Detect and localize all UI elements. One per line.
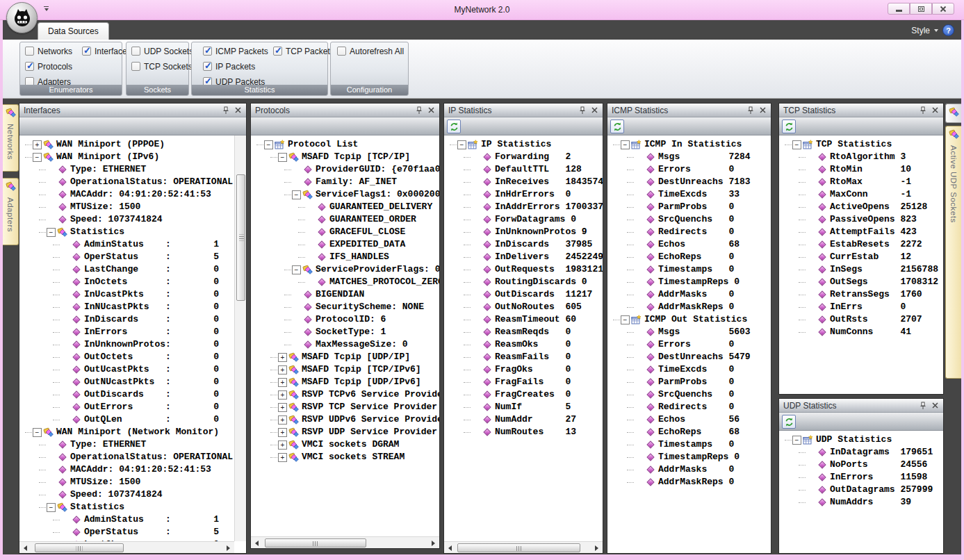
quick-access-toolbar-dropdown[interactable] <box>43 6 49 11</box>
tree-row[interactable]: InAddrErrors17003375 <box>444 201 603 213</box>
checkbox-udp-sockets[interactable]: UDP Sockets <box>131 46 193 56</box>
tree-row[interactable]: NoPorts24556 <box>779 459 943 471</box>
pin-icon[interactable] <box>414 106 424 115</box>
tree-row[interactable]: Timestamps0 <box>607 438 771 451</box>
tree-row[interactable]: ReasmOks0 <box>444 338 603 351</box>
scrollbar-thumb[interactable] <box>265 538 366 547</box>
tree-row[interactable]: InDelivers2452249 <box>444 251 603 263</box>
tree-row[interactable]: SrcQuenchs0 <box>607 388 771 401</box>
sidebar-tab-networks[interactable]: Networks <box>3 104 19 172</box>
tree-row[interactable]: −WAN Miniport (IPv6) <box>19 151 234 163</box>
tree-row[interactable]: −MSAFD Tcpip [TCP/IP] <box>251 151 439 163</box>
scroll-right-icon[interactable] <box>222 542 234 554</box>
tree-row[interactable]: InDiscards:0 <box>19 313 234 326</box>
tab-data-sources[interactable]: Data Sources <box>38 22 109 40</box>
panel-titlebar[interactable]: IP Statistics <box>444 104 603 117</box>
refresh-button[interactable] <box>782 120 796 133</box>
tree-row[interactable]: MTUSize: 1500 <box>19 476 234 488</box>
scrollbar-thumb[interactable] <box>457 543 580 552</box>
tree-row[interactable]: AddrMasks0 <box>607 288 771 301</box>
vertical-scrollbar[interactable] <box>234 135 246 541</box>
scroll-left-icon[interactable] <box>251 537 263 549</box>
tree-row[interactable]: −Protocol List <box>251 138 439 151</box>
tree-row[interactable]: ReasmReqds0 <box>444 326 603 338</box>
tree-row[interactable]: OutRsts2707 <box>779 313 943 326</box>
tree-row[interactable]: InErrors11598 <box>779 471 943 484</box>
tree-row[interactable]: +MSAFD Tcpip [TCP/IPv6] <box>251 363 439 376</box>
tree-row[interactable]: InUnknownProtos9 <box>444 226 603 238</box>
tree-row[interactable]: −ServiceProviderFlags: 0x000 <box>251 263 439 276</box>
tree-row[interactable]: Redirects0 <box>607 226 771 238</box>
tree-row[interactable]: −Statistics <box>19 501 234 513</box>
tree-row[interactable]: InErrors:0 <box>19 326 234 338</box>
tree-row[interactable]: RtoMin10 <box>779 163 943 176</box>
tree-row[interactable]: DestUnreachs7183 <box>607 176 771 188</box>
tree-expander-icon[interactable]: + <box>278 453 287 462</box>
tree-row[interactable]: AdminStatus:1 <box>19 238 234 251</box>
tree-expander-icon[interactable]: − <box>264 140 273 149</box>
tree-row[interactable]: NumAddr27 <box>444 413 603 426</box>
pin-icon[interactable] <box>917 401 928 411</box>
tree-row[interactable]: RoutingDiscards0 <box>444 276 603 288</box>
pin-icon[interactable] <box>220 106 231 115</box>
tree-row[interactable]: ParmProbs0 <box>607 201 771 213</box>
pin-icon[interactable] <box>745 106 755 115</box>
tree-row[interactable]: Family: AF_INET <box>251 176 439 188</box>
horizontal-scrollbar[interactable] <box>19 541 234 553</box>
tree-row[interactable]: OutDatagrams257999 <box>779 484 943 496</box>
tree-row[interactable]: GUARANTEED_ORDER <box>251 213 439 226</box>
tree-row[interactable]: +MSAFD Tcpip [UDP/IP] <box>251 351 439 363</box>
application-menu-button[interactable] <box>6 2 38 33</box>
minimize-button[interactable] <box>888 3 910 15</box>
tree-row[interactable]: GUARANTEED_DELIVERY <box>251 201 439 213</box>
tree-row[interactable]: MACAddr: 04:91:20:52:41:53 <box>19 188 234 201</box>
tree-row[interactable]: AdminStatus:1 <box>19 513 234 526</box>
pin-icon[interactable] <box>917 106 928 115</box>
tree-expander-icon[interactable]: − <box>457 140 466 149</box>
tree-row[interactable]: Redirects0 <box>607 401 771 413</box>
pin-icon[interactable] <box>577 106 587 115</box>
panel-titlebar[interactable]: TCP Statistics <box>779 104 943 117</box>
tree-row[interactable]: +VMCI sockets STREAM <box>251 451 439 463</box>
close-button[interactable] <box>932 3 954 15</box>
tree-row[interactable]: TimestampReps0 <box>607 276 771 288</box>
tree-row[interactable]: +WAN Miniport (PPPOE) <box>19 138 234 151</box>
tree-row[interactable]: EstabResets2272 <box>779 238 943 251</box>
refresh-button[interactable] <box>610 120 624 133</box>
tree-expander-icon[interactable]: + <box>278 403 287 412</box>
checkbox-ip-packets[interactable]: IP Packets <box>203 61 255 72</box>
refresh-button[interactable] <box>447 120 461 133</box>
tree-expander-icon[interactable]: − <box>792 436 801 445</box>
tree-row[interactable]: CurrEstab12 <box>779 251 943 263</box>
tree-expander-icon[interactable]: − <box>47 228 56 237</box>
checkbox-tcp-packets[interactable]: TCP Packets <box>273 46 334 56</box>
tree-row[interactable]: OperationalStatus: OPERATIONAL <box>19 451 234 463</box>
tree-row[interactable]: ProtocolID: 6 <box>251 313 439 326</box>
sidebar-tab-adapters[interactable]: Adapters <box>3 178 19 245</box>
tree-row[interactable]: Timestamps0 <box>607 263 771 276</box>
tree-row[interactable]: +RSVP TCP Service Provider <box>251 401 439 413</box>
panel-titlebar[interactable]: Interfaces <box>19 104 246 117</box>
tree-row[interactable]: TimestampReps0 <box>607 451 771 463</box>
tree-row[interactable]: Type: ETHERNET <box>19 163 234 176</box>
tree-row[interactable]: +RSVP UDPv6 Service Provider <box>251 413 439 426</box>
tree-row[interactable]: −IP Statistics <box>444 138 603 151</box>
tree-row[interactable]: OutOctets:0 <box>19 351 234 363</box>
tree-row[interactable]: Speed: 1073741824 <box>19 488 234 501</box>
horizontal-scrollbar[interactable] <box>444 541 603 553</box>
tree-row[interactable]: −UDP Statistics <box>779 434 943 446</box>
tree-row[interactable]: InErrs0 <box>779 301 943 313</box>
tree-row[interactable]: InOctets:0 <box>19 276 234 288</box>
tree-row[interactable]: OutDiscards:0 <box>19 388 234 401</box>
tree-row[interactable]: RetransSegs1760 <box>779 288 943 301</box>
tree-row[interactable]: LastChange:0 <box>19 263 234 276</box>
tree-row[interactable]: IFS_HANDLES <box>251 251 439 263</box>
maximize-button[interactable] <box>910 3 932 15</box>
tree-expander-icon[interactable]: + <box>278 378 287 387</box>
tree-row[interactable]: OutQLen:0 <box>19 413 234 426</box>
tree-row[interactable]: MTUSize: 1500 <box>19 201 234 213</box>
tree-row[interactable]: NumAddrs39 <box>779 496 943 509</box>
tree-row[interactable]: DestUnreachs5479 <box>607 351 771 363</box>
scroll-right-icon[interactable] <box>427 537 439 549</box>
tree-row[interactable]: RtoMax-1 <box>779 176 943 188</box>
